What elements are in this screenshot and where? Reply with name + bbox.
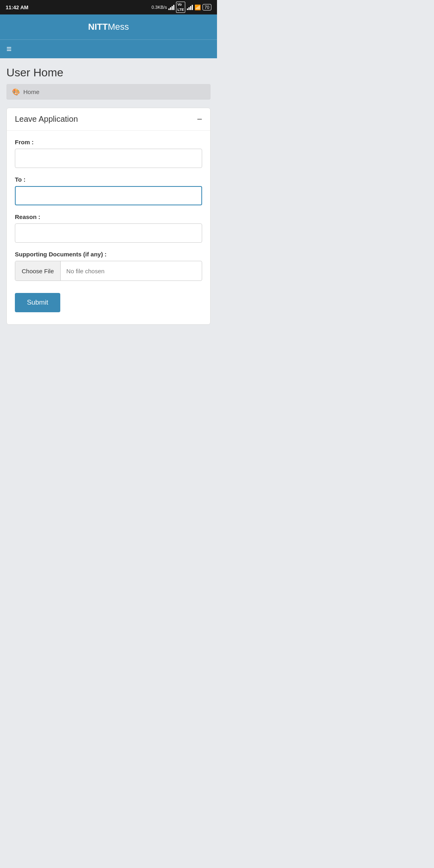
card-header: Leave Application − [7,108,210,131]
network-speed: 0.3KB/s [151,5,167,10]
reason-input[interactable] [15,223,202,243]
to-form-group: To : [15,176,202,205]
choose-file-button[interactable]: Choose File [15,261,61,280]
status-right: 0.3KB/s VoLTE 📶 70 [151,2,211,12]
from-input[interactable] [15,149,202,168]
breadcrumb-text: Home [23,88,39,95]
card-title: Leave Application [15,115,78,124]
breadcrumb: 🎨 Home [6,84,211,100]
docs-label: Supporting Documents (if any) : [15,251,202,258]
status-time: 11:42 AM [6,4,29,10]
home-breadcrumb-icon: 🎨 [12,88,20,96]
file-input-wrapper: Choose File No file chosen [15,261,202,281]
hamburger-menu-icon[interactable]: ≡ [6,44,12,54]
wifi-icon: 📶 [194,4,201,10]
page-title: User Home [6,66,211,79]
nav-bar: ≡ [0,39,217,58]
app-title-normal: Mess [108,22,129,32]
battery-icon: 70 [203,4,211,10]
app-title-bold: NITT [88,22,108,32]
signal-bars-icon [168,4,174,10]
card-collapse-button[interactable]: − [197,115,202,124]
from-form-group: From : [15,139,202,168]
signal-bars-2-icon [187,4,193,10]
card-body: From : To : Reason : Supporting Document… [7,131,210,324]
status-bar: 11:42 AM 0.3KB/s VoLTE 📶 70 [0,0,217,14]
to-input[interactable] [15,186,202,205]
volte-icon: VoLTE [176,2,185,12]
from-label: From : [15,139,202,145]
app-header: NITTMess [0,14,217,39]
page-content: User Home 🎨 Home Leave Application − Fro… [0,58,217,333]
docs-form-group: Supporting Documents (if any) : Choose F… [15,251,202,281]
reason-label: Reason : [15,213,202,220]
leave-application-card: Leave Application − From : To : Reason :… [6,108,211,325]
submit-button[interactable]: Submit [15,293,60,312]
no-file-text: No file chosen [61,264,110,278]
to-label: To : [15,176,202,183]
reason-form-group: Reason : [15,213,202,243]
